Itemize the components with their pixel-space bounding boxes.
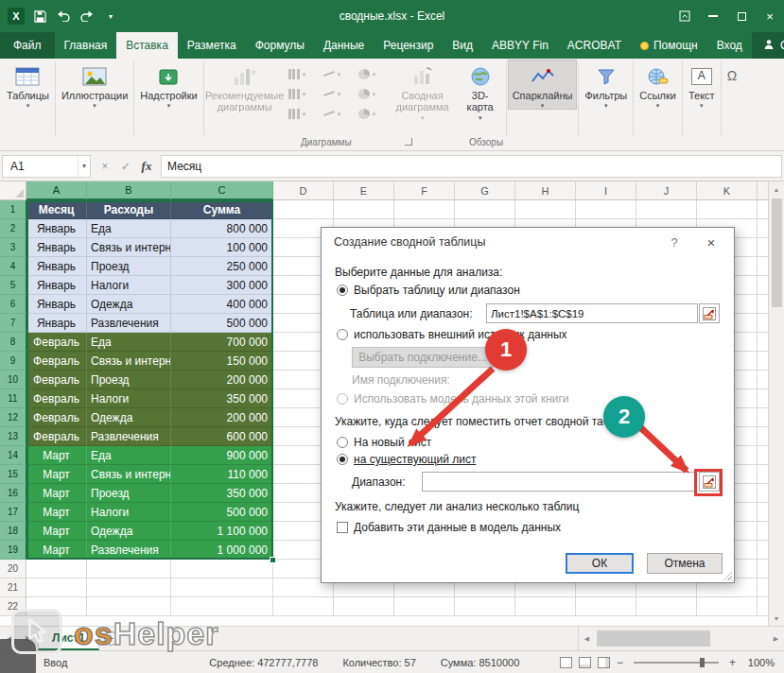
close-button[interactable]: ×	[756, 0, 784, 32]
new-sheet-radio[interactable]: На новый лист	[337, 436, 431, 449]
row-header-19[interactable]: 19	[0, 541, 26, 560]
cell[interactable]: Одежда	[87, 295, 171, 314]
zoom-level[interactable]: 100%	[742, 657, 775, 668]
links-button[interactable]: Ссылки ▾	[635, 60, 681, 110]
confirm-entry-button[interactable]: ✓	[116, 157, 135, 176]
tab-help[interactable]: Помощн	[631, 32, 707, 59]
cell[interactable]: 800 000	[171, 219, 273, 238]
horizontal-scrollbar[interactable]: ◀ ▶	[578, 627, 784, 650]
dest-range-input[interactable]	[422, 472, 696, 492]
cell[interactable]: Январь	[26, 257, 87, 276]
other-chart-button[interactable]: ▾	[285, 104, 320, 124]
select-range-radio[interactable]: Выбрать таблицу или диапазон	[337, 284, 520, 297]
scroll-up-icon[interactable]: ▲	[769, 181, 784, 197]
dialog-launcher-icon[interactable]	[405, 138, 412, 146]
cell[interactable]: 600 000	[171, 427, 273, 446]
row-header-1[interactable]: 1	[0, 200, 26, 219]
minimize-button[interactable]	[699, 0, 727, 32]
cell[interactable]: Налоги	[87, 389, 171, 408]
scatter-chart-button[interactable]: ▾	[355, 84, 390, 104]
cell[interactable]: Январь	[26, 238, 87, 257]
dialog-close-button[interactable]: ×	[700, 233, 723, 251]
normal-view-button[interactable]	[560, 657, 572, 668]
save-button[interactable]	[29, 6, 50, 26]
cell[interactable]: 200 000	[171, 371, 273, 389]
cell[interactable]: 1 100 000	[171, 522, 273, 541]
stock-chart-button[interactable]: ▾	[320, 104, 355, 124]
illustrations-button[interactable]: Иллюстрации ▾	[57, 60, 132, 110]
symbols-button[interactable]: Ω	[723, 60, 741, 90]
row-header-17[interactable]: 17	[0, 503, 26, 522]
cell[interactable]: 350 000	[171, 389, 273, 408]
cell[interactable]	[455, 200, 515, 219]
cell[interactable]: 110 000	[171, 465, 273, 484]
cell[interactable]	[87, 560, 171, 578]
redo-button[interactable]	[77, 6, 97, 26]
cell[interactable]: 900 000	[171, 446, 273, 465]
cell[interactable]: 350 000	[171, 484, 273, 503]
existing-sheet-radio[interactable]: на существующий лист	[337, 453, 476, 466]
cell[interactable]	[636, 597, 697, 616]
cell[interactable]	[334, 597, 394, 616]
scroll-down-icon[interactable]: ▼	[769, 611, 784, 626]
column-header-D[interactable]: D	[273, 181, 334, 200]
row-header-5[interactable]: 5	[0, 276, 26, 295]
cell[interactable]: Март	[26, 522, 87, 541]
cell[interactable]: 300 000	[171, 276, 273, 295]
cell[interactable]: Январь	[26, 219, 87, 238]
cell[interactable]: Налоги	[87, 503, 171, 522]
tables-button[interactable]: Таблицы ▾	[2, 60, 54, 110]
row-header-12[interactable]: 12	[0, 408, 26, 427]
column-header-H[interactable]: H	[515, 181, 576, 200]
name-box-caret-icon[interactable]: ▾	[78, 156, 90, 177]
row-header-13[interactable]: 13	[0, 427, 26, 446]
zoom-slider-handle[interactable]	[700, 658, 705, 667]
cell[interactable]: Январь	[26, 295, 87, 314]
select-all-corner[interactable]	[0, 181, 26, 200]
cell[interactable]: Март	[26, 541, 87, 560]
cell[interactable]: Связь и интернет	[87, 465, 171, 484]
cell[interactable]	[171, 578, 273, 597]
cell[interactable]: Связь и интернет	[87, 352, 171, 371]
column-header-F[interactable]: F	[394, 181, 455, 200]
row-header-6[interactable]: 6	[0, 295, 26, 314]
tab-file[interactable]: Файл	[0, 32, 55, 59]
row-header-15[interactable]: 15	[0, 465, 26, 484]
cell[interactable]: Одежда	[87, 522, 171, 541]
cell[interactable]: Развлечения	[87, 314, 171, 333]
cell[interactable]: 500 000	[171, 503, 273, 522]
column-header-E[interactable]: E	[334, 181, 394, 200]
cell[interactable]	[697, 597, 758, 616]
cell[interactable]: 150 000	[171, 352, 273, 371]
cell[interactable]: Март	[26, 446, 87, 465]
cell[interactable]: Сумма	[171, 200, 273, 219]
page-break-view-button[interactable]	[598, 657, 610, 668]
ribbon-tab[interactable]: Формулы	[246, 32, 314, 59]
cell[interactable]: Февраль	[26, 352, 87, 371]
cell[interactable]	[515, 597, 576, 616]
cell[interactable]: 200 000	[171, 408, 273, 427]
cancel-button[interactable]: Отмена	[647, 553, 723, 574]
cell[interactable]: Проезд	[87, 484, 171, 503]
sparklines-button[interactable]: Спарклайны ▾	[508, 60, 578, 110]
row-header-11[interactable]: 11	[0, 389, 26, 408]
scroll-left-icon[interactable]: ◀	[579, 635, 595, 643]
row-header-4[interactable]: 4	[0, 257, 26, 276]
cell[interactable]: Месяц	[26, 200, 87, 219]
row-header-21[interactable]: 21	[0, 578, 26, 597]
cell[interactable]: Связь и интернет	[87, 238, 171, 257]
cell[interactable]: Февраль	[26, 408, 87, 427]
cancel-entry-button[interactable]: ×	[96, 157, 114, 176]
ribbon-tab[interactable]: Вставка	[116, 32, 178, 59]
cell[interactable]	[394, 200, 455, 219]
cell[interactable]	[171, 597, 273, 616]
table-range-input[interactable]: Лист1!$A$1:$C$19	[486, 303, 698, 323]
row-header-9[interactable]: 9	[0, 352, 26, 371]
bar-chart-button[interactable]: ▾	[285, 84, 320, 104]
cell[interactable]: Еда	[87, 219, 171, 238]
map3d-button[interactable]: 3D-карта ▾	[456, 60, 505, 121]
name-box[interactable]: A1 ▾	[2, 155, 91, 178]
cell[interactable]: 400 000	[171, 295, 273, 314]
cell[interactable]: 100 000	[171, 238, 273, 257]
cell[interactable]: Март	[26, 503, 87, 522]
